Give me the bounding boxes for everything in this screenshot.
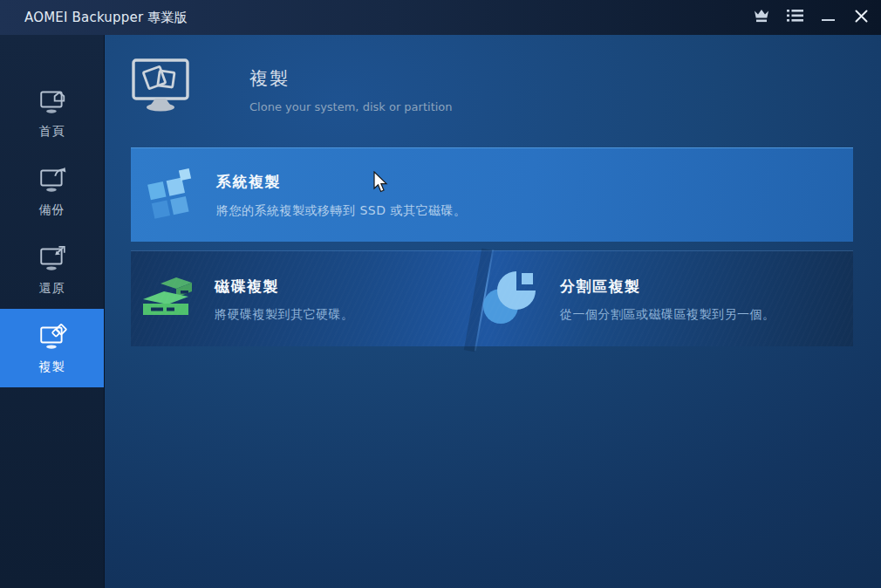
disk-stack-icon xyxy=(143,271,192,327)
page-header: 複製 Clone your system, disk or partition xyxy=(131,58,453,117)
monitor-restore-icon xyxy=(38,243,67,275)
sidebar-item-label: 複製 xyxy=(39,359,65,375)
sidebar-item-label: 首頁 xyxy=(39,124,65,140)
option-description: 將硬碟複製到其它硬碟。 xyxy=(215,307,354,323)
option-title: 系統複製 xyxy=(216,172,466,192)
page-subtitle: Clone your system, disk or partition xyxy=(249,100,453,113)
system-clone-text: 系統複製 將您的系統複製或移轉到 SSD 或其它磁碟。 xyxy=(216,172,466,219)
sidebar-item-label: 還原 xyxy=(39,281,65,297)
app-title: AOMEI Backupper 專業版 xyxy=(24,10,188,26)
menu-list-icon xyxy=(787,9,803,26)
page-title: 複製 xyxy=(249,66,453,91)
close-icon xyxy=(855,10,868,26)
pie-partition-icon xyxy=(481,270,537,329)
upgrade-button[interactable] xyxy=(745,0,778,35)
sidebar-item-label: 備份 xyxy=(39,202,65,218)
option-description: 從一個分割區或磁碟區複製到另一個。 xyxy=(560,307,775,323)
partition-clone-text: 分割區複製 從一個分割區或磁碟區複製到另一個。 xyxy=(560,277,775,323)
disk-clone-option[interactable]: 磁碟複製 將硬碟複製到其它硬碟。 xyxy=(143,251,466,347)
monitor-home-icon xyxy=(38,86,67,118)
sidebar-item-backup[interactable]: 備份 xyxy=(0,152,104,230)
crown-upgrade-icon xyxy=(753,9,770,27)
main-panel: 複製 Clone your system, disk or partition xyxy=(105,35,881,588)
windows-logo-icon xyxy=(143,168,194,223)
system-clone-option[interactable]: 系統複製 將您的系統複製或移轉到 SSD 或其它磁碟。 xyxy=(131,147,853,242)
option-description: 將您的系統複製或移轉到 SSD 或其它磁碟。 xyxy=(216,203,466,219)
close-button[interactable] xyxy=(844,0,878,35)
monitor-clone-icon xyxy=(38,322,67,353)
disk-clone-text: 磁碟複製 將硬碟複製到其它硬碟。 xyxy=(215,277,354,323)
option-title: 磁碟複製 xyxy=(215,277,354,297)
clone-cards-row: 磁碟複製 將硬碟複製到其它硬碟。 分割區複製 從一個分割區或磁碟區複製到另一個。 xyxy=(131,250,853,346)
app-window: AOMEI Backupper 專業版 xyxy=(0,0,881,588)
option-title: 分割區複製 xyxy=(560,277,775,297)
sidebar: 首頁 備份 xyxy=(0,35,105,588)
clone-monitor-icon xyxy=(131,58,192,117)
titlebar: AOMEI Backupper 專業版 xyxy=(0,0,881,35)
sidebar-item-clone[interactable]: 複製 xyxy=(0,309,104,387)
sidebar-item-restore[interactable]: 還原 xyxy=(0,230,104,309)
partition-clone-option[interactable]: 分割區複製 從一個分割區或磁碟區複製到另一個。 xyxy=(481,251,848,347)
minimize-button[interactable] xyxy=(811,0,844,35)
minimize-icon xyxy=(822,19,835,21)
titlebar-buttons xyxy=(745,0,881,35)
sidebar-item-home[interactable]: 首頁 xyxy=(0,73,104,152)
menu-button[interactable] xyxy=(778,0,811,35)
monitor-backup-icon xyxy=(38,165,67,196)
header-text: 複製 Clone your system, disk or partition xyxy=(249,58,453,113)
